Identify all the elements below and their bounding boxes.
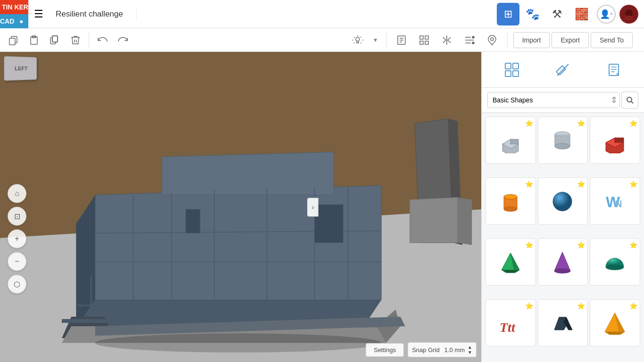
bottom-controls: Settings Snap Grid 1.0 mm ▲▼ (366, 342, 477, 357)
paste-btn[interactable] (25, 31, 43, 50)
snap-btn[interactable] (483, 31, 502, 50)
snap-grid-stepper[interactable]: ▲▼ (468, 345, 472, 355)
logo-tin: TIN (0, 0, 14, 14)
codeblocks-btn[interactable]: ⚒ (546, 3, 569, 25)
star-box-red: ⭐ (629, 119, 637, 127)
star-cylinder-hole: ⭐ (577, 119, 585, 127)
perspective-btn[interactable]: ⬡ (8, 275, 26, 294)
svg-point-54 (627, 97, 632, 102)
star-cylinder: ⭐ (525, 180, 533, 188)
shape-preview-cylinder (496, 187, 525, 215)
copy-btn[interactable] (4, 31, 23, 50)
star-11: ⭐ (577, 302, 585, 310)
shape-item-cylinder[interactable]: ⭐ (485, 177, 536, 225)
shape-item-pyramid[interactable]: ⭐ (485, 238, 536, 286)
svg-point-1 (626, 12, 628, 15)
shape-category-select[interactable]: Basic Shapes (487, 92, 620, 108)
shape-item-text[interactable]: ⭐ W N (590, 177, 640, 225)
grid-panel-btn[interactable] (498, 57, 526, 83)
logo[interactable]: TIN KER CAD ● (0, 0, 28, 28)
user-avatar[interactable] (619, 5, 638, 24)
svg-rect-14 (420, 41, 423, 44)
mirror-btn[interactable] (437, 31, 456, 50)
grid-view-btn[interactable]: ⊞ (497, 3, 519, 25)
group-btn[interactable] (415, 31, 434, 50)
topbar: TIN KER CAD ● ☰ Resilient challenge ⊞ 🐾 … (0, 0, 644, 28)
simulate-btn[interactable]: 🧱 (570, 3, 593, 25)
star-half-sphere: ⭐ (629, 241, 637, 249)
shape-item-cylinder-hole[interactable]: ⭐ (538, 117, 588, 164)
settings-btn[interactable]: Settings (366, 343, 404, 357)
svg-marker-57 (510, 139, 519, 144)
svg-point-47 (95, 333, 381, 352)
redo-btn[interactable] (114, 31, 133, 50)
shape-item-sphere[interactable]: ⭐ (538, 177, 588, 225)
svg-rect-50 (505, 71, 511, 76)
shape-item-10[interactable]: ⭐ Ttt (485, 299, 536, 346)
sendto-btn[interactable]: Send To (591, 32, 633, 48)
star-sphere: ⭐ (577, 180, 585, 188)
shape-item-12[interactable]: ⭐ (590, 299, 640, 346)
shape-item-box-red[interactable]: ⭐ (590, 117, 640, 164)
svg-rect-8 (52, 36, 58, 42)
workplane-btn[interactable] (348, 31, 367, 50)
svg-point-73 (504, 207, 517, 211)
svg-marker-24 (162, 152, 334, 195)
ruler-panel-btn[interactable] (549, 57, 577, 83)
svg-marker-27 (410, 197, 458, 243)
shape-item-cone[interactable]: ⭐ (538, 238, 588, 286)
export-btn[interactable]: Export (552, 32, 588, 48)
svg-point-84 (606, 264, 624, 270)
star-text: ⭐ (629, 180, 637, 188)
home-btn[interactable]: ⌂ (8, 184, 26, 203)
star-pyramid: ⭐ (525, 241, 533, 249)
logo-dot: ● (14, 14, 28, 28)
app-title: Resilient challenge (48, 9, 131, 19)
shape-preview-box-red (601, 126, 629, 154)
view-cube[interactable]: LEFT (5, 57, 42, 85)
lightbulb-dropdown[interactable]: ▼ (371, 31, 380, 50)
notes-panel-btn[interactable] (600, 57, 628, 83)
svg-marker-32 (62, 319, 119, 323)
shape-preview-pyramid (496, 248, 525, 276)
shape-preview-half-sphere (601, 248, 629, 276)
svg-rect-30 (76, 305, 105, 306)
main-area: LEFT ⌂ ⊡ + − ⬡ › Settings Snap Grid 1.0 … (0, 52, 644, 362)
learn-btn[interactable]: 🐾 (521, 3, 544, 25)
svg-point-10 (356, 37, 360, 41)
import-btn[interactable]: Import (513, 32, 550, 48)
shape-preview-cone (549, 248, 577, 276)
fit-btn[interactable]: ⊡ (8, 207, 26, 226)
shape-preview-12 (601, 309, 629, 337)
svg-rect-12 (420, 36, 423, 39)
svg-rect-15 (425, 41, 428, 44)
shape-item-half-sphere[interactable]: ⭐ (590, 238, 640, 286)
undo-btn[interactable] (93, 31, 112, 50)
svg-rect-52 (556, 66, 566, 75)
viewport[interactable]: LEFT ⌂ ⊡ + − ⬡ › Settings Snap Grid 1.0 … (0, 52, 481, 362)
star-cone: ⭐ (577, 241, 585, 249)
svg-rect-49 (513, 63, 519, 69)
svg-point-62 (555, 143, 570, 149)
zoom-out-btn[interactable]: − (8, 252, 26, 271)
svg-rect-4 (9, 38, 15, 45)
align-btn[interactable] (460, 31, 479, 50)
shape-item-box[interactable]: ⭐ (485, 117, 536, 164)
svg-point-72 (504, 194, 517, 199)
svg-marker-90 (605, 332, 625, 335)
svg-text:Ttt: Ttt (500, 320, 516, 335)
top-icons: ⊞ 🐾 ⚒ 🧱 (497, 3, 593, 25)
duplicate-btn[interactable] (45, 31, 64, 50)
shape-preview-text: W N (601, 187, 629, 215)
svg-rect-13 (425, 36, 428, 39)
svg-point-16 (472, 36, 474, 38)
shape-item-11[interactable]: ⭐ (538, 299, 588, 346)
panel-toggle-btn[interactable]: › (307, 198, 318, 217)
snap-grid: Snap Grid 1.0 mm ▲▼ (408, 342, 477, 357)
search-shapes-btn[interactable] (621, 92, 638, 109)
delete-btn[interactable] (66, 31, 85, 50)
zoom-in-btn[interactable]: + (8, 229, 26, 248)
notes-btn[interactable] (392, 31, 411, 50)
star-box: ⭐ (525, 119, 533, 127)
add-person-icon[interactable]: 👤+ (597, 5, 616, 24)
